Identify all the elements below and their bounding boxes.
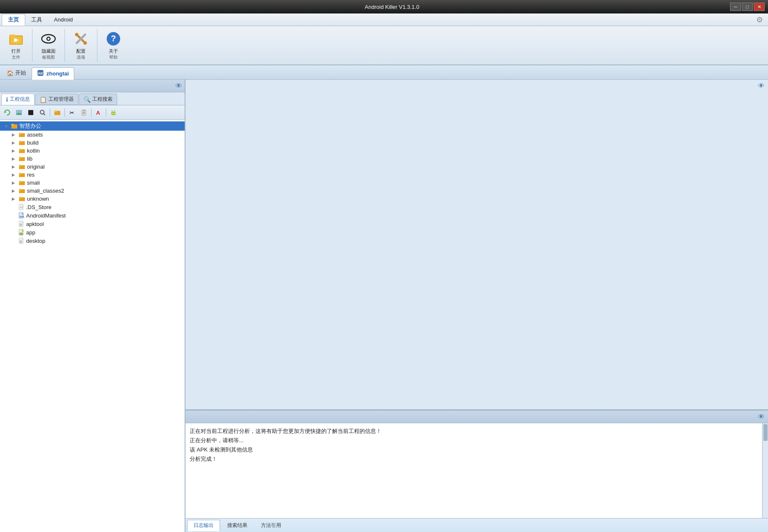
label-apktool: apktool bbox=[26, 221, 44, 227]
search-zoom-button[interactable] bbox=[37, 107, 48, 118]
log-scrollbar[interactable] bbox=[762, 423, 768, 518]
refresh-button[interactable] bbox=[2, 107, 13, 118]
restore-button[interactable]: □ bbox=[742, 3, 753, 11]
toolbar-group-help: ? 关于 帮助 bbox=[102, 29, 129, 62]
tree-item-app[interactable]: ▶ 🤖 app bbox=[0, 228, 185, 236]
expand-icon-build: ▶ bbox=[12, 140, 17, 145]
tab-project-manager[interactable]: 📋 工程管理器 bbox=[35, 94, 78, 105]
file-icon-desktop: ⚙ bbox=[19, 237, 24, 244]
tree-item-original[interactable]: ▶ original bbox=[0, 163, 185, 171]
stop-button[interactable] bbox=[25, 107, 36, 118]
log-tab-search[interactable]: 搜索结果 bbox=[221, 520, 254, 531]
svg-rect-41 bbox=[11, 124, 14, 126]
menu-item-tools[interactable]: 工具 bbox=[25, 14, 48, 25]
paste-button[interactable] bbox=[78, 107, 89, 118]
tab-project-search[interactable]: 🔍 工程搜索 bbox=[79, 94, 117, 105]
tree-item-dsstore[interactable]: ▶ .DS_Store bbox=[0, 203, 185, 211]
log-tabs: 日志输出 搜索结果 方法引用 bbox=[185, 518, 768, 532]
log-line-3: 该 APK 未检测到其他信息 bbox=[190, 445, 764, 454]
log-tab-method[interactable]: 方法引用 bbox=[255, 520, 287, 531]
label-kotlin: kotlin bbox=[27, 148, 40, 154]
tree-item-build[interactable]: ▶ build bbox=[0, 139, 185, 147]
log-eye-icon[interactable]: 👁 bbox=[758, 413, 765, 421]
label-assets: assets bbox=[27, 132, 43, 138]
svg-rect-21 bbox=[28, 110, 33, 115]
svg-text:⚙: ⚙ bbox=[19, 240, 22, 244]
eye-icon bbox=[40, 30, 57, 47]
cut-button[interactable]: ✂ bbox=[67, 107, 78, 118]
svg-rect-51 bbox=[19, 165, 21, 167]
config-label: 配置 bbox=[76, 48, 86, 54]
file-icon-app: 🤖 bbox=[19, 229, 24, 236]
label-dsstore: .DS_Store bbox=[26, 204, 51, 210]
tab-project-info[interactable]: ℹ 工程信息 bbox=[1, 94, 35, 105]
tree-item-apktool[interactable]: ▶ ⚙ apktool bbox=[0, 220, 185, 228]
android-button[interactable] bbox=[108, 107, 119, 118]
right-panel: 👁 👁 正在对当前工程进行分析，这将有助于您更加方便快捷的了解当前工程的信息！ … bbox=[185, 80, 768, 532]
menu-item-home[interactable]: 主页 bbox=[2, 14, 25, 26]
close-button[interactable]: ✕ bbox=[754, 3, 765, 11]
svg-point-22 bbox=[40, 110, 44, 114]
about-sublabel: 帮助 bbox=[109, 54, 118, 60]
root-label: 智慧办公 bbox=[19, 122, 41, 130]
svg-rect-53 bbox=[19, 173, 21, 175]
toolbar-group-config: 配置 选项 bbox=[69, 29, 97, 62]
tree-item-desktop[interactable]: ▶ ⚙ desktop bbox=[0, 236, 185, 245]
label-res: res bbox=[27, 172, 35, 178]
svg-rect-59 bbox=[19, 197, 21, 199]
label-smali: smali bbox=[27, 180, 40, 186]
left-panel: 👁 ℹ 工程信息 📋 工程管理器 🔍 工程搜索 bbox=[0, 80, 185, 532]
svg-text:?: ? bbox=[111, 34, 116, 43]
hide-panel-button[interactable]: 隐藏面 板视图 bbox=[37, 29, 60, 62]
tab-home[interactable]: 🏠 开始 bbox=[3, 67, 30, 78]
minimize-button[interactable]: ─ bbox=[730, 3, 741, 11]
open-button[interactable]: ▶ 打开 文件 bbox=[4, 29, 28, 62]
folder-icon-lib bbox=[19, 156, 25, 162]
tree-item-androidmanifest[interactable]: ▶ XML AndroidManifest bbox=[0, 211, 185, 220]
expand-icon-kotlin: ▶ bbox=[12, 148, 17, 153]
tab-label: zhongtai bbox=[46, 70, 69, 77]
hide-panel-sublabel: 板视图 bbox=[42, 54, 55, 60]
font-button[interactable]: A bbox=[93, 107, 104, 118]
panel-eye-icon[interactable]: 👁 bbox=[175, 82, 182, 90]
file-tree[interactable]: ▼ 智慧办公 ▶ assets ▶ build ▶ kotlin bbox=[0, 120, 185, 532]
expand-icon-lib: ▶ bbox=[12, 156, 17, 161]
label-lib: lib bbox=[27, 156, 32, 162]
config-button[interactable]: 配置 选项 bbox=[69, 29, 93, 62]
tree-item-smali[interactable]: ▶ smali bbox=[0, 179, 185, 187]
svg-rect-33 bbox=[111, 112, 115, 115]
log-tab-output[interactable]: 日志输出 bbox=[187, 520, 220, 531]
file-icon-androidmanifest: XML bbox=[19, 212, 24, 219]
tree-item-smali-classes2[interactable]: ▶ smali_classes2 bbox=[0, 187, 185, 195]
folder-icon-assets bbox=[19, 132, 25, 138]
tree-root[interactable]: ▼ 智慧办公 bbox=[0, 121, 185, 131]
svg-text:⚙: ⚙ bbox=[19, 223, 22, 227]
label-app: app bbox=[26, 229, 35, 236]
tab-zhongtai[interactable]: AK zhongtai bbox=[32, 67, 74, 80]
tree-item-lib[interactable]: ▶ lib bbox=[0, 155, 185, 163]
svg-point-35 bbox=[114, 111, 115, 112]
svg-line-37 bbox=[115, 110, 115, 111]
separator-1 bbox=[50, 108, 50, 117]
label-androidmanifest: AndroidManifest bbox=[26, 212, 66, 219]
menu-item-android[interactable]: Android bbox=[48, 15, 79, 24]
file-icon-dsstore bbox=[19, 204, 24, 210]
tree-item-assets[interactable]: ▶ assets bbox=[0, 131, 185, 139]
project-toolbar: ✂ A bbox=[0, 105, 185, 120]
log-line-2: 正在分析中，请稍等... bbox=[190, 436, 764, 445]
config-icon bbox=[73, 30, 89, 47]
svg-text:🤖: 🤖 bbox=[19, 231, 23, 235]
tree-item-unknown[interactable]: ▶ unknown bbox=[0, 195, 185, 203]
editor-eye-icon[interactable]: 👁 bbox=[758, 82, 765, 90]
about-button[interactable]: ? 关于 帮助 bbox=[102, 29, 125, 62]
svg-line-23 bbox=[44, 113, 46, 115]
svg-line-36 bbox=[112, 110, 112, 111]
tree-item-res[interactable]: ▶ res bbox=[0, 171, 185, 179]
svg-text:XML: XML bbox=[19, 215, 24, 218]
log-line-4: 分析完成！ bbox=[190, 454, 764, 464]
image-button[interactable] bbox=[13, 107, 24, 118]
open-icon: ▶ bbox=[8, 30, 24, 47]
folder-button[interactable] bbox=[52, 107, 63, 118]
tree-item-kotlin[interactable]: ▶ kotlin bbox=[0, 147, 185, 155]
svg-text:✂: ✂ bbox=[70, 110, 74, 116]
